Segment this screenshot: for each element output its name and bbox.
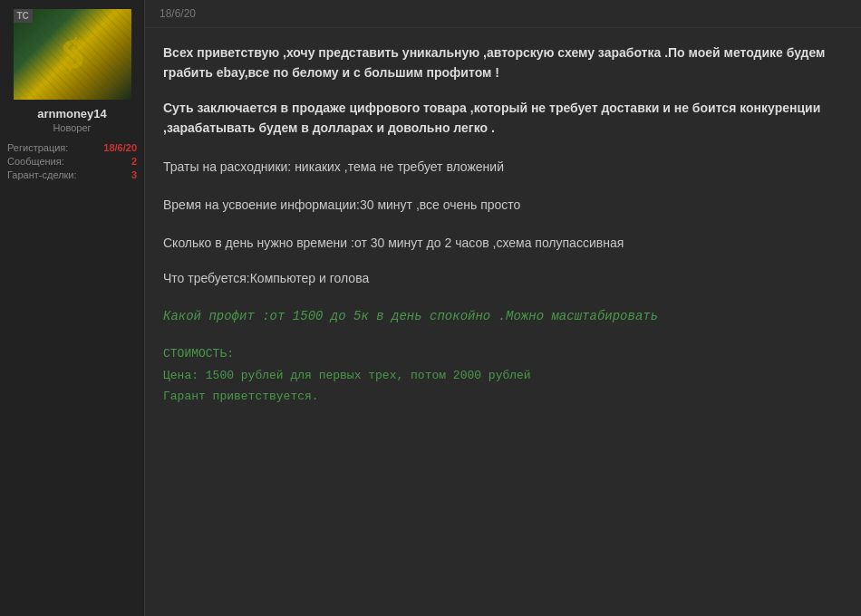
main-content: 18/6/20 Всех приветствую ,хочу представи… [145, 0, 861, 616]
stat-guarantee: Гарант-сделки: 3 [7, 169, 137, 180]
post-time-learn: Время на усвоение информации:30 минут ,в… [163, 195, 843, 215]
post-date: 18/6/20 [160, 7, 196, 20]
post-essence: Суть заключается в продаже цифрового тов… [163, 98, 843, 139]
post-cost-guarantee: Гарант приветствуется. [163, 388, 843, 407]
tc-badge: TC [14, 9, 33, 23]
messages-label: Сообщения: [7, 156, 64, 167]
post-requirements: Что требуется:Компьютер и голова [163, 268, 843, 288]
post-time-daily: Сколько в день нужно времени :от 30 мину… [163, 233, 843, 253]
registration-value: 18/6/20 [103, 142, 137, 153]
stat-messages: Сообщения: 2 [7, 156, 137, 167]
avatar [14, 9, 131, 100]
post-profit: Какой профит :от 1500 до 5к в день споко… [163, 306, 843, 326]
user-role: Новорег [53, 122, 91, 133]
guarantee-value: 3 [131, 169, 137, 180]
registration-label: Регистрация: [7, 142, 68, 153]
post-intro: Всех приветствую ,хочу представить уника… [163, 43, 843, 83]
username: arnmoney14 [37, 107, 107, 120]
user-panel: TC arnmoney14 Новорег Регистрация: 18/6/… [0, 0, 145, 616]
post-cost-header: СТОИМОСТЬ: [163, 345, 843, 364]
post-body: Всех приветствую ,хочу представить уника… [145, 28, 861, 616]
post-expenses: Траты на расходники: никаких ,тема не тр… [163, 157, 843, 177]
stat-registration: Регистрация: 18/6/20 [7, 142, 137, 153]
user-stats: Регистрация: 18/6/20 Сообщения: 2 Гарант… [0, 142, 144, 183]
avatar-wrapper: TC [14, 9, 131, 100]
guarantee-label: Гарант-сделки: [7, 169, 77, 180]
messages-value: 2 [131, 156, 137, 167]
post-cost-price: Цена: 1500 рублей для первых трех, потом… [163, 367, 843, 386]
post-header: 18/6/20 [145, 0, 861, 28]
